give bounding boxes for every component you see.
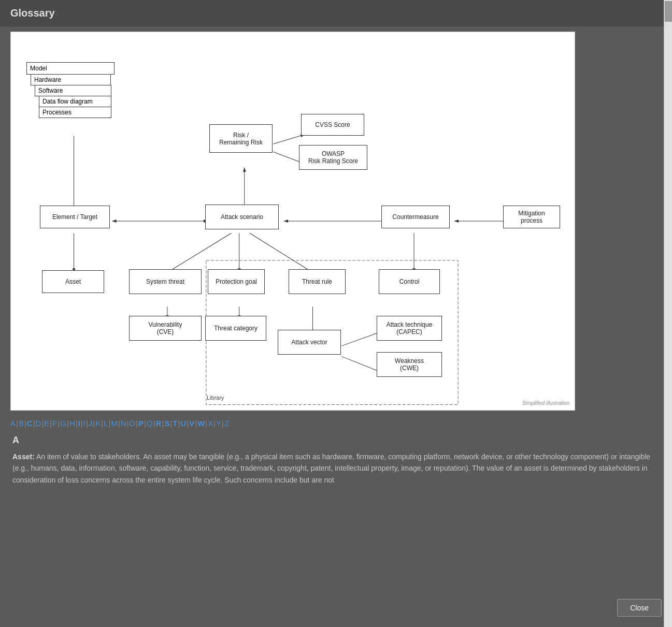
alpha-b[interactable]: B	[19, 419, 24, 428]
library-label: Library	[207, 395, 224, 401]
threat-category-box: Threat category	[205, 316, 266, 341]
software-box: Software	[35, 85, 111, 96]
scrollbar[interactable]	[664, 0, 672, 627]
threat-rule-box: Threat rule	[289, 269, 346, 294]
alpha-t[interactable]: T	[173, 419, 177, 428]
alpha-r[interactable]: R	[156, 419, 162, 428]
alphabet-nav: A| B| C| D| E| F| G| H| I| I| J| K| L| M…	[10, 419, 662, 428]
risk-box: Risk / Remaining Risk	[209, 124, 273, 153]
svg-line-13	[250, 233, 313, 272]
svg-line-5	[274, 135, 305, 144]
cvss-box: CVSS Score	[301, 114, 364, 136]
alpha-l[interactable]: L	[104, 419, 108, 428]
simplified-label: Simplified illustration	[522, 400, 569, 406]
page-title: Glossary	[10, 7, 55, 19]
model-stack: Model Hardware Software Data flow diagra…	[26, 62, 115, 121]
alpha-z[interactable]: Z	[224, 419, 229, 428]
alpha-k[interactable]: K	[95, 419, 101, 428]
svg-line-17	[341, 332, 381, 346]
hardware-box: Hardware	[31, 74, 111, 85]
page-header: Glossary	[0, 0, 672, 26]
attack-scenario-box: Attack scenario	[205, 205, 279, 229]
countermeasure-box: Countermeasure	[381, 206, 450, 228]
protection-goal-box: Protection goal	[208, 269, 265, 294]
alpha-n[interactable]: N	[121, 419, 126, 428]
alpha-g[interactable]: G	[60, 419, 66, 428]
dfd-box: Data flow diagram	[39, 96, 111, 107]
entry-definition: An item of value to stakeholders. An ass…	[12, 453, 650, 484]
alpha-j[interactable]: J	[89, 419, 93, 428]
glossary-entry-asset: Asset: An item of value to stakeholders.…	[12, 451, 660, 486]
diagram-container: Model Hardware Software Data flow diagra…	[10, 32, 662, 419]
system-threat-box: System threat	[129, 269, 202, 294]
glossary-section: A Asset: An item of value to stakeholder…	[10, 435, 662, 486]
asset-box: Asset	[42, 270, 104, 293]
alpha-i[interactable]: I	[78, 419, 80, 428]
close-button[interactable]: Close	[617, 599, 662, 617]
scrollbar-thumb[interactable]	[665, 1, 672, 22]
element-target-box: Element / Target	[40, 206, 110, 228]
alpha-i2[interactable]: I	[83, 419, 85, 428]
entry-term: Asset:	[12, 453, 35, 461]
alpha-v[interactable]: V	[189, 419, 194, 428]
vulnerability-box: Vulnerability (CVE)	[129, 316, 202, 341]
alpha-c[interactable]: C	[27, 419, 33, 428]
owasp-box: OWASP Risk Rating Score	[299, 145, 367, 170]
weakness-box: Weakness (CWE)	[377, 352, 442, 377]
alpha-u[interactable]: U	[180, 419, 186, 428]
svg-line-18	[341, 356, 381, 372]
model-box: Model	[26, 62, 115, 75]
alpha-x[interactable]: X	[208, 419, 213, 428]
alpha-w[interactable]: W	[197, 419, 205, 428]
svg-line-11	[167, 233, 232, 272]
alpha-q[interactable]: Q	[147, 419, 153, 428]
mitigation-process-box: Mitigation process	[503, 206, 560, 228]
alpha-s[interactable]: S	[164, 419, 169, 428]
attack-vector-box: Attack vector	[278, 330, 341, 355]
processes-box: Processes	[39, 107, 111, 118]
alpha-d[interactable]: D	[36, 419, 41, 428]
alpha-y[interactable]: Y	[216, 419, 221, 428]
alpha-m[interactable]: M	[111, 419, 118, 428]
alpha-o[interactable]: O	[130, 419, 136, 428]
alpha-a[interactable]: A	[10, 419, 16, 428]
section-letter: A	[12, 435, 660, 446]
control-box: Control	[379, 269, 440, 294]
alpha-e[interactable]: E	[44, 419, 49, 428]
alpha-p[interactable]: P	[138, 419, 144, 428]
alpha-f[interactable]: F	[52, 419, 57, 428]
alpha-h[interactable]: H	[69, 419, 75, 428]
attack-technique-box: Attack technique (CAPEC)	[377, 316, 442, 341]
